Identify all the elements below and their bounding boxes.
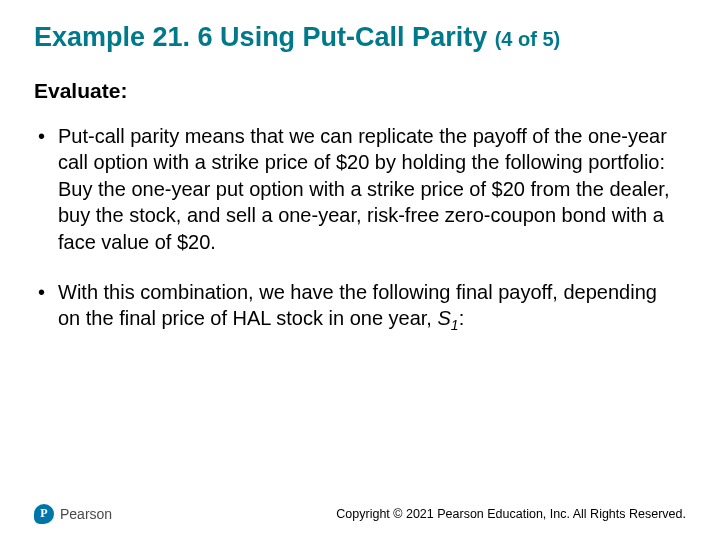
copyright-text: Copyright © 2021 Pearson Education, Inc.… [336,507,686,521]
list-item: With this combination, we have the follo… [58,279,686,335]
slide: Example 21. 6 Using Put-Call Parity (4 o… [0,0,720,540]
variable-subscript: 1 [451,317,459,333]
variable-symbol: S [437,307,450,329]
evaluate-heading: Evaluate: [34,79,686,103]
bullet-text: Put-call parity means that we can replic… [58,125,669,253]
title-suffix: (4 of 5) [495,28,561,50]
publisher-logo: Pearson [34,504,112,524]
bullet-list: Put-call parity means that we can replic… [34,123,686,335]
pearson-icon [34,504,54,524]
bullet-text: With this combination, we have the follo… [58,281,657,329]
list-item: Put-call parity means that we can replic… [58,123,686,255]
bullet-tail: : [459,307,465,329]
publisher-name: Pearson [60,506,112,522]
title-main: Example 21. 6 Using Put-Call Parity [34,22,487,52]
footer: Pearson Copyright © 2021 Pearson Educati… [34,504,686,524]
slide-title: Example 21. 6 Using Put-Call Parity (4 o… [34,22,686,53]
